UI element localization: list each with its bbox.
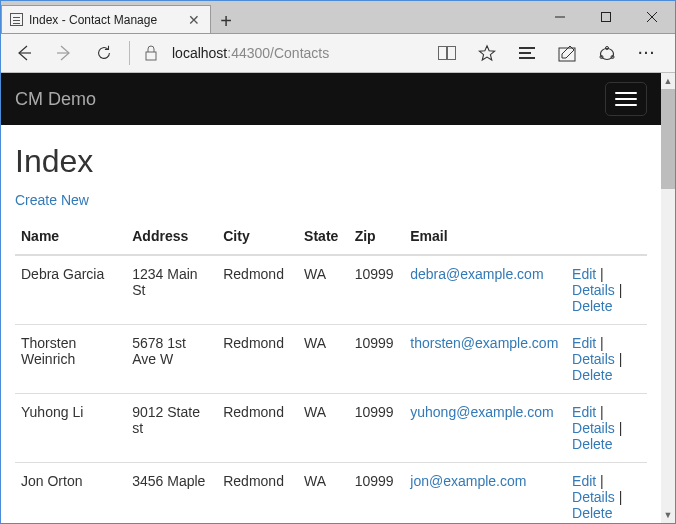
cell-state: WA: [298, 325, 349, 394]
scroll-down-arrow[interactable]: ▼: [661, 507, 675, 523]
delete-link[interactable]: Delete: [572, 436, 612, 452]
lock-icon[interactable]: [136, 34, 166, 72]
table-row: Debra Garcia1234 Main StRedmondWA10999de…: [15, 255, 647, 325]
brand[interactable]: CM Demo: [15, 89, 96, 110]
details-link[interactable]: Details: [572, 351, 615, 367]
cell-address: 9012 State st: [126, 394, 217, 463]
create-new-link[interactable]: Create New: [15, 192, 89, 208]
col-header-zip: Zip: [349, 218, 405, 255]
forward-button[interactable]: [45, 34, 83, 72]
cell-zip: 10999: [349, 255, 405, 325]
cell-email: thorsten@example.com: [404, 325, 566, 394]
favorites-icon[interactable]: [469, 35, 505, 71]
cell-zip: 10999: [349, 325, 405, 394]
maximize-button[interactable]: [583, 1, 629, 33]
minimize-button[interactable]: [537, 1, 583, 33]
col-header-state: State: [298, 218, 349, 255]
contacts-table: Name Address City State Zip Email Debra …: [15, 218, 647, 523]
scrollbar-thumb[interactable]: [661, 89, 675, 189]
reading-view-icon[interactable]: [429, 35, 465, 71]
svg-rect-7: [439, 47, 447, 60]
addrbar-right: ···: [429, 35, 671, 71]
delete-link[interactable]: Delete: [572, 367, 612, 383]
cell-name: Debra Garcia: [15, 255, 126, 325]
details-link[interactable]: Details: [572, 420, 615, 436]
delete-link[interactable]: Delete: [572, 505, 612, 521]
table-row: Thorsten Weinrich5678 1st Ave WRedmondWA…: [15, 325, 647, 394]
cell-state: WA: [298, 394, 349, 463]
back-button[interactable]: [5, 34, 43, 72]
col-header-actions: [566, 218, 647, 255]
cell-address: 1234 Main St: [126, 255, 217, 325]
cell-name: Thorsten Weinrich: [15, 325, 126, 394]
table-header-row: Name Address City State Zip Email: [15, 218, 647, 255]
app-navbar: CM Demo: [1, 73, 661, 125]
browser-tab[interactable]: Index - Contact Manage ✕: [1, 5, 211, 33]
viewport: ▲ ▼ CM Demo Index Create New Name Ad: [1, 73, 675, 523]
cell-name: Yuhong Li: [15, 394, 126, 463]
cell-actions: Edit | Details | Delete: [566, 325, 647, 394]
tab-title: Index - Contact Manage: [29, 13, 180, 27]
page-content: Index Create New Name Address City State…: [1, 125, 661, 523]
cell-email: yuhong@example.com: [404, 394, 566, 463]
edit-link[interactable]: Edit: [572, 266, 596, 282]
svg-rect-1: [602, 13, 611, 22]
cell-city: Redmond: [217, 325, 298, 394]
refresh-button[interactable]: [85, 34, 123, 72]
share-icon[interactable]: [589, 35, 625, 71]
url-path: :44300/Contacts: [227, 45, 329, 61]
cell-city: Redmond: [217, 463, 298, 524]
edit-link[interactable]: Edit: [572, 473, 596, 489]
cell-address: 5678 1st Ave W: [126, 325, 217, 394]
address-bar: localhost:44300/Contacts: [1, 33, 675, 73]
col-header-address: Address: [126, 218, 217, 255]
svg-rect-12: [559, 48, 575, 61]
email-link[interactable]: debra@example.com: [410, 266, 543, 282]
cell-zip: 10999: [349, 463, 405, 524]
scroll-up-arrow[interactable]: ▲: [661, 73, 675, 89]
edit-link[interactable]: Edit: [572, 404, 596, 420]
cell-state: WA: [298, 255, 349, 325]
titlebar: Index - Contact Manage ✕ +: [1, 1, 675, 33]
email-link[interactable]: jon@example.com: [410, 473, 526, 489]
hamburger-menu-icon[interactable]: [605, 82, 647, 116]
close-tab-icon[interactable]: ✕: [186, 13, 202, 27]
cell-email: debra@example.com: [404, 255, 566, 325]
col-header-name: Name: [15, 218, 126, 255]
cell-zip: 10999: [349, 394, 405, 463]
url-box[interactable]: localhost:44300/Contacts: [168, 45, 427, 61]
cell-name: Jon Orton: [15, 463, 126, 524]
col-header-city: City: [217, 218, 298, 255]
cell-address: 3456 Maple: [126, 463, 217, 524]
page-title: Index: [15, 143, 647, 180]
table-row: Yuhong Li9012 State stRedmondWA10999yuho…: [15, 394, 647, 463]
separator: [129, 41, 130, 65]
details-link[interactable]: Details: [572, 282, 615, 298]
cell-email: jon@example.com: [404, 463, 566, 524]
tabstrip: Index - Contact Manage ✕ +: [1, 1, 241, 33]
page-icon: [10, 13, 23, 26]
cell-actions: Edit | Details | Delete: [566, 255, 647, 325]
email-link[interactable]: thorsten@example.com: [410, 335, 558, 351]
more-icon[interactable]: ···: [629, 35, 665, 71]
svg-rect-8: [448, 47, 456, 60]
cell-city: Redmond: [217, 255, 298, 325]
cell-city: Redmond: [217, 394, 298, 463]
browser-window: Index - Contact Manage ✕ +: [0, 0, 676, 524]
close-window-button[interactable]: [629, 1, 675, 33]
svg-rect-6: [146, 52, 156, 60]
email-link[interactable]: yuhong@example.com: [410, 404, 553, 420]
table-row: Jon Orton3456 MapleRedmondWA10999jon@exa…: [15, 463, 647, 524]
hub-icon[interactable]: [509, 35, 545, 71]
cell-actions: Edit | Details | Delete: [566, 463, 647, 524]
new-tab-button[interactable]: +: [211, 10, 241, 33]
cell-actions: Edit | Details | Delete: [566, 394, 647, 463]
edit-link[interactable]: Edit: [572, 335, 596, 351]
col-header-email: Email: [404, 218, 566, 255]
webnote-icon[interactable]: [549, 35, 585, 71]
window-controls: [537, 1, 675, 33]
cell-state: WA: [298, 463, 349, 524]
url-host: localhost: [172, 45, 227, 61]
details-link[interactable]: Details: [572, 489, 615, 505]
delete-link[interactable]: Delete: [572, 298, 612, 314]
